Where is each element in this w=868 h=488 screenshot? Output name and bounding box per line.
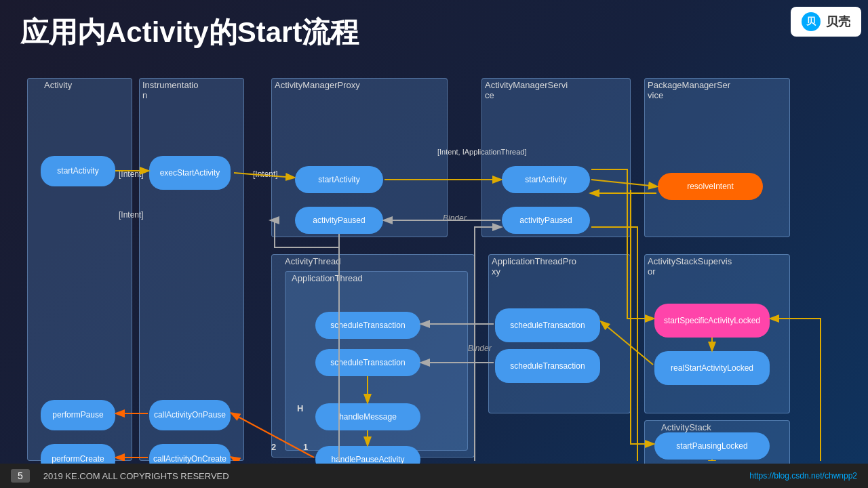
diagram: Activity Instrumentation ActivityManager… (7, 68, 861, 461)
node-startActivity-activity: startActivity (41, 156, 115, 186)
footer: 5 2019 KE.COM ALL COPYRIGHTS RESERVED ht… (0, 464, 868, 488)
page-title: 应用内Activity的Start流程 (20, 14, 359, 52)
node-scheduleTransaction1: scheduleTransaction (315, 312, 420, 339)
col-pms (644, 78, 790, 237)
copyright-text: 2019 KE.COM ALL COPYRIGHTS RESERVED (43, 471, 229, 481)
footer-link: https://blog.csdn.net/chwnpp2 (749, 471, 857, 481)
label-2-left: 2 (271, 442, 276, 452)
node-startActivity-amp: startActivity (295, 166, 383, 193)
page-number: 5 (11, 469, 30, 483)
label-pms: PackageManagerService (648, 80, 730, 100)
node-resolveIntent: resolveIntent (658, 173, 763, 200)
node-performPause: performPause (41, 400, 115, 430)
label-atproxy: ApplicationThreadProxy (492, 256, 576, 277)
node-activityPaused-ams: activityPaused (502, 207, 590, 234)
label-app-thread: ApplicationThread (292, 273, 363, 283)
label-intent-2: [Intent] (119, 210, 144, 220)
node-startSpecificActivityLocked: startSpecificActivityLocked (654, 304, 770, 338)
node-scheduleTransaction-atproxy2: scheduleTransaction (495, 349, 600, 383)
node-startPausingLocked: startPausingLocked (654, 432, 770, 460)
label-activity-thread: ActivityThread (285, 256, 340, 266)
label-intent-3: [Intent] (253, 169, 278, 179)
node-execStartActivity: execStartActivity (149, 156, 231, 190)
label-h: H (297, 403, 303, 413)
label-intent-1: [Intent] (119, 169, 144, 179)
label-astack: ActivityStack (661, 422, 711, 432)
logo-area: 贝 贝壳 (791, 7, 861, 37)
node-realStartActivityLocked: realStartActivityLocked (654, 351, 770, 385)
label-amp: ActivityManagerProxy (275, 80, 360, 90)
node-startActivity-ams: startActivity (502, 166, 590, 193)
label-1-left: 1 (303, 442, 308, 452)
label-ams: ActivityManagerService (485, 80, 568, 100)
label-asupervisor: ActivityStackSupervisor (648, 256, 732, 277)
node-handleMessage: handleMessage (315, 403, 420, 430)
logo-text: 贝壳 (826, 14, 850, 30)
label-activity: Activity (44, 80, 72, 90)
label-intent-app-thread: [Intent, IApplicationThread] (437, 148, 526, 156)
node-scheduleTransaction2: scheduleTransaction (315, 349, 420, 376)
node-scheduleTransaction-atproxy1: scheduleTransaction (495, 308, 600, 342)
label-binder-2: Binder (468, 344, 492, 353)
label-binder-1: Binder (443, 214, 467, 223)
label-instrumentation: Instrumentation (142, 80, 198, 100)
node-callActivityOnPause: callActivityOnPause (149, 400, 231, 430)
node-activityPaused-amp: activityPaused (295, 207, 383, 234)
logo-icon: 贝 (802, 12, 821, 31)
